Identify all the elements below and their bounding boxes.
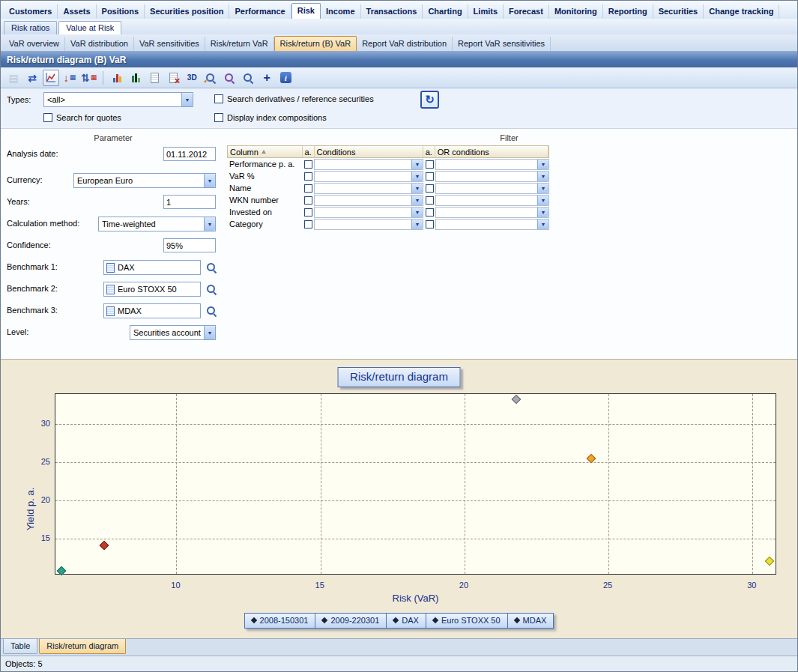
search-derivatives-checkbox-row[interactable]: Search derivatives / reference securitie…: [214, 94, 374, 103]
area-chart-icon[interactable]: [127, 70, 144, 86]
filter-conditions-dropdown[interactable]: ▼: [314, 183, 423, 194]
benchmark1-field[interactable]: DAX: [103, 260, 201, 275]
filter-and-checkbox[interactable]: [426, 220, 434, 228]
chevron-down-icon[interactable]: ▼: [411, 208, 423, 217]
currency-dropdown[interactable]: European Euro ▼: [73, 173, 216, 188]
zoom-undo-icon[interactable]: ↶: [202, 70, 219, 86]
tab-charting[interactable]: Charting: [423, 4, 468, 19]
index-compositions-checkbox[interactable]: [214, 113, 223, 122]
filter-conditions-dropdown[interactable]: ▼: [314, 219, 423, 230]
filter-and-checkbox[interactable]: [426, 196, 434, 205]
tab-customers[interactable]: Customers: [4, 4, 58, 19]
viewtab-risk-return-var[interactable]: Risk/return VaR: [205, 37, 274, 51]
info-icon[interactable]: i: [277, 70, 294, 86]
tab-forecast[interactable]: Forecast: [504, 4, 549, 19]
filter-header-and1[interactable]: a.: [303, 146, 315, 157]
filter-and-checkbox[interactable]: [304, 220, 312, 228]
benchmark2-field[interactable]: Euro STOXX 50: [103, 282, 201, 297]
zoom-out-icon[interactable]: [240, 70, 256, 86]
chevron-down-icon[interactable]: ▼: [204, 217, 215, 231]
filter-and-checkbox[interactable]: [426, 172, 434, 181]
tab-transactions[interactable]: Transactions: [361, 4, 423, 19]
sort-updown-icon[interactable]: ⇅▦: [80, 70, 97, 86]
legend-item-euro-stoxx-50[interactable]: Euro STOXX 50: [426, 613, 508, 629]
chevron-down-icon[interactable]: ▼: [204, 326, 215, 339]
tab-reporting[interactable]: Reporting: [603, 4, 653, 19]
bottom-tab-table[interactable]: Table: [3, 639, 37, 654]
confidence-input[interactable]: [163, 238, 216, 252]
tab-securities[interactable]: Securities: [653, 4, 704, 19]
filter-and-checkbox[interactable]: [304, 184, 312, 193]
tab-income[interactable]: Income: [321, 4, 361, 19]
types-dropdown[interactable]: <all> ▼: [43, 92, 193, 107]
report-icon[interactable]: [146, 70, 163, 86]
tab-assets[interactable]: Assets: [58, 4, 96, 19]
chevron-down-icon[interactable]: ▼: [411, 160, 423, 169]
benchmark3-search-icon[interactable]: [205, 304, 218, 318]
chart-type-icon[interactable]: [43, 70, 59, 86]
bottom-tab-risk-return-diagram[interactable]: Risk/return diagram: [39, 639, 126, 654]
index-compositions-checkbox-row[interactable]: Display index compositions: [214, 113, 327, 122]
calculation-method-dropdown[interactable]: Time-weighted ▼: [98, 217, 216, 231]
search-quotes-checkbox-row[interactable]: Search for quotes: [43, 113, 121, 122]
tab-monitoring[interactable]: Monitoring: [549, 4, 603, 19]
benchmark3-field[interactable]: MDAX: [103, 303, 201, 318]
benchmark2-search-icon[interactable]: [205, 282, 218, 296]
data-point-dax[interactable]: [512, 395, 522, 405]
refresh-icon[interactable]: ⇄: [24, 70, 40, 86]
filter-or-conditions-dropdown[interactable]: ▼: [435, 219, 549, 230]
three-d-icon[interactable]: 3D: [184, 70, 200, 86]
refresh-search-button[interactable]: ↻: [420, 91, 439, 109]
years-input[interactable]: [163, 195, 216, 209]
chevron-down-icon[interactable]: ▼: [411, 196, 423, 205]
tab-risk[interactable]: Risk: [291, 3, 321, 19]
viewtab-risk-return-b-var[interactable]: Risk/return (B) VaR: [274, 36, 357, 51]
filter-conditions-dropdown[interactable]: ▼: [314, 207, 423, 218]
filter-conditions-dropdown[interactable]: ▼: [314, 171, 423, 182]
tab-securities-position[interactable]: Securities position: [145, 4, 229, 19]
tab-performance[interactable]: Performance: [229, 4, 291, 19]
legend-item-2008-150301[interactable]: 2008-150301: [244, 613, 316, 629]
crosshair-icon[interactable]: +: [259, 70, 275, 86]
sort-descending-icon[interactable]: ↓▦: [61, 70, 78, 86]
filter-header-conditions[interactable]: Conditions: [315, 146, 423, 157]
filter-or-conditions-dropdown[interactable]: ▼: [435, 195, 549, 206]
tab-change-tracking[interactable]: Change tracking: [704, 4, 779, 19]
filter-or-conditions-dropdown[interactable]: ▼: [435, 171, 549, 182]
filter-conditions-dropdown[interactable]: ▼: [314, 195, 423, 206]
benchmark1-search-icon[interactable]: [205, 261, 218, 274]
chevron-down-icon[interactable]: ▼: [411, 220, 423, 229]
filter-and-checkbox[interactable]: [304, 172, 312, 181]
analysis-date-input[interactable]: [163, 147, 216, 161]
viewtab-var-distribution[interactable]: VaR distribution: [65, 37, 134, 51]
viewtab-var-sensitivities[interactable]: VaR sensitivities: [134, 37, 205, 51]
filter-conditions-dropdown[interactable]: ▼: [314, 159, 423, 170]
subtab-value-at-risk[interactable]: Value at Risk: [58, 21, 121, 34]
subtab-risk-ratios[interactable]: Risk ratios: [4, 21, 57, 34]
legend-item-dax[interactable]: DAX: [386, 613, 426, 629]
legend-item-2009-220301[interactable]: 2009-220301: [315, 613, 387, 629]
data-point-2008-150301[interactable]: [56, 566, 66, 575]
filter-and-checkbox[interactable]: [426, 184, 434, 193]
filter-and-checkbox[interactable]: [304, 160, 312, 169]
zoom-in-icon[interactable]: [221, 70, 238, 86]
chevron-down-icon[interactable]: ▼: [181, 93, 193, 106]
tab-limits[interactable]: Limits: [468, 4, 504, 19]
delete-report-icon[interactable]: ×: [165, 70, 181, 86]
filter-or-conditions-dropdown[interactable]: ▼: [435, 159, 549, 170]
filter-header-or[interactable]: OR conditions: [435, 146, 548, 157]
filter-header-column[interactable]: Column: [228, 146, 303, 157]
search-derivatives-checkbox[interactable]: [214, 94, 223, 103]
chevron-down-icon[interactable]: ▼: [204, 174, 215, 187]
filter-and-checkbox[interactable]: [426, 208, 434, 217]
level-dropdown[interactable]: Securities account ▼: [130, 325, 216, 340]
filter-or-conditions-dropdown[interactable]: ▼: [435, 207, 549, 218]
tab-positions[interactable]: Positions: [97, 4, 145, 19]
data-point-2009-220301[interactable]: [100, 541, 109, 551]
chevron-down-icon[interactable]: ▼: [537, 220, 548, 229]
filter-and-checkbox[interactable]: [304, 196, 312, 205]
bar-chart-icon[interactable]: [109, 70, 125, 86]
search-quotes-checkbox[interactable]: [43, 113, 52, 122]
filter-and-checkbox[interactable]: [426, 160, 434, 169]
viewtab-var-overview[interactable]: VaR overview: [4, 37, 65, 51]
